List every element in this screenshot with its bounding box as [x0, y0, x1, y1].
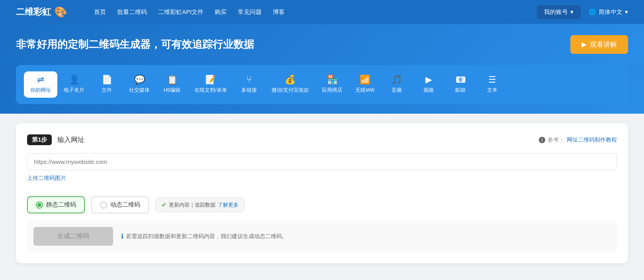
hint-text: 若需追踪扫描数据和更新二维码内容，我们建议生成动态二维码。: [126, 233, 288, 240]
qr-types-container: ⇌ 你的网址 👤 电子名片 📄 文件 💬 社交媒体 📋 H5编辑 📝 在线文档/…: [16, 65, 628, 104]
h5-type-icon: 📋: [167, 75, 178, 84]
watch-button[interactable]: ▶ 观看讲解: [570, 35, 628, 54]
info-icon: i: [539, 137, 545, 143]
file-type-icon: 📄: [102, 75, 112, 84]
language-label: 简体中文: [599, 8, 622, 16]
appstore-type-icon: 🏪: [327, 75, 338, 84]
text-type-icon: ☰: [488, 75, 496, 84]
social-type-label: 社交媒体: [129, 87, 150, 94]
account-chevron-icon: ▾: [570, 8, 574, 16]
static-qr-radio[interactable]: 静态二维码: [27, 196, 85, 213]
qr-type-video[interactable]: ▶ 视频: [413, 71, 444, 98]
navbar: 二维彩虹 🎨 首页批量二维码二维彩虹API文件购买常见问题博客 我的账号 ▾ 🌐…: [0, 0, 644, 24]
url-input[interactable]: [27, 153, 617, 170]
wechat-type-label: 微信/支付宝收款: [272, 87, 309, 94]
contact-type-icon: 👤: [69, 75, 80, 84]
h5-type-label: H5编辑: [164, 87, 181, 94]
watch-play-icon: ▶: [581, 40, 587, 49]
qr-type-email[interactable]: 📧 邮箱: [444, 71, 476, 98]
dynamic-radio-label: 动态二维码: [110, 201, 140, 209]
navbar-left: 二维彩虹 🎨 首页批量二维码二维彩虹API文件购买常见问题博客: [16, 6, 285, 18]
wifi-type-icon: 📶: [360, 75, 370, 84]
content-card: 第1步 输入网址 i 参考： 网址二维码制作教程 上传二维码图片 静态二维码 动…: [16, 123, 628, 263]
audio-type-icon: 🎵: [391, 75, 402, 84]
text-type-label: 文本: [487, 87, 497, 94]
nav-link-博客[interactable]: 博客: [273, 8, 285, 16]
step-title: 输入网址: [57, 135, 84, 144]
step-badge: 第1步: [27, 134, 52, 145]
doc-type-label: 在线文档/表单: [194, 87, 227, 94]
doc-type-icon: 📝: [205, 75, 216, 84]
multilink-type-label: 多链接: [241, 87, 257, 94]
nav-link-批量二维码[interactable]: 批量二维码: [117, 8, 147, 16]
dynamic-qr-radio[interactable]: 动态二维码: [91, 196, 149, 213]
qr-type-contact[interactable]: 👤 电子名片: [57, 71, 91, 98]
lang-chevron-icon: ▾: [625, 8, 628, 16]
appstore-type-label: 应用商店: [322, 87, 343, 94]
language-selector[interactable]: 🌐 简体中文 ▾: [589, 8, 628, 16]
nav-link-购买[interactable]: 购买: [215, 8, 227, 16]
qr-type-audio[interactable]: 🎵 音频: [381, 71, 413, 98]
video-type-icon: ▶: [425, 75, 432, 84]
dynamic-badge-text: 更新内容｜追踪数据: [169, 201, 215, 209]
radio-options: 静态二维码 动态二维码 ✔ 更新内容｜追踪数据 了解更多: [27, 196, 617, 213]
account-label: 我的账号: [544, 8, 568, 16]
dynamic-radio-circle: [100, 201, 107, 209]
qr-type-appstore[interactable]: 🏪 应用商店: [315, 71, 349, 98]
static-radio-circle: [36, 201, 43, 209]
qr-type-h5[interactable]: 📋 H5编辑: [156, 71, 188, 98]
video-type-label: 视频: [423, 87, 434, 94]
email-type-icon: 📧: [455, 75, 466, 84]
step-header-left: 第1步 输入网址: [27, 134, 84, 145]
qr-type-file[interactable]: 📄 文件: [91, 71, 123, 98]
url-type-label: 你的网址: [30, 87, 51, 94]
watch-label: 观看讲解: [590, 40, 617, 49]
contact-type-label: 电子名片: [64, 87, 84, 94]
brand-icon: 🎨: [54, 6, 67, 18]
step-header: 第1步 输入网址 i 参考： 网址二维码制作教程: [27, 134, 617, 145]
hint-info-icon: ℹ: [121, 233, 123, 240]
ref-info-label: 参考：: [548, 136, 564, 144]
nav-link-首页[interactable]: 首页: [94, 8, 106, 16]
social-type-icon: 💬: [134, 75, 145, 84]
qr-type-wifi[interactable]: 📶 无线Wifi: [349, 71, 381, 98]
email-type-label: 邮箱: [455, 87, 466, 94]
qr-type-url[interactable]: ⇌ 你的网址: [24, 71, 57, 98]
qr-type-doc[interactable]: 📝 在线文档/表单: [188, 71, 233, 98]
qr-type-multilink[interactable]: ⑂ 多链接: [233, 71, 265, 98]
generate-section: 生成二维码 ℹ 若需追踪扫描数据和更新二维码内容，我们建议生成动态二维码。: [27, 221, 617, 252]
hero-banner: 非常好用的定制二维码生成器，可有效追踪行业数据 ▶ 观看讲解: [0, 24, 644, 65]
navbar-nav: 首页批量二维码二维彩虹API文件购买常见问题博客: [94, 8, 285, 16]
qr-type-wechat[interactable]: 💰 微信/支付宝收款: [265, 71, 316, 98]
generate-hint: ℹ 若需追踪扫描数据和更新二维码内容，我们建议生成动态二维码。: [121, 233, 288, 240]
dynamic-feature-badge: ✔ 更新内容｜追踪数据 了解更多: [155, 197, 245, 212]
nav-link-常见问题[interactable]: 常见问题: [238, 8, 262, 16]
qr-type-social[interactable]: 💬 社交媒体: [123, 71, 156, 98]
globe-icon: 🌐: [589, 8, 596, 16]
generate-button[interactable]: 生成二维码: [33, 227, 113, 246]
url-type-icon: ⇌: [37, 75, 44, 84]
main-content: 第1步 输入网址 i 参考： 网址二维码制作教程 上传二维码图片 静态二维码 动…: [0, 114, 644, 279]
wechat-type-icon: 💰: [285, 75, 296, 84]
hero-title: 非常好用的定制二维码生成器，可有效追踪行业数据: [16, 37, 254, 51]
step-reference: i 参考： 网址二维码制作教程: [539, 136, 617, 144]
ref-tutorial-link[interactable]: 网址二维码制作教程: [567, 136, 617, 144]
qr-type-text[interactable]: ☰ 文本: [476, 71, 508, 98]
navbar-right: 我的账号 ▾ 🌐 简体中文 ▾: [537, 5, 628, 19]
qr-types-bar: ⇌ 你的网址 👤 电子名片 📄 文件 💬 社交媒体 📋 H5编辑 📝 在线文档/…: [0, 65, 644, 114]
file-type-label: 文件: [102, 87, 112, 94]
learn-more-link[interactable]: 了解更多: [218, 201, 239, 209]
upload-qr-link[interactable]: 上传二维码图片: [27, 175, 66, 182]
account-button[interactable]: 我的账号 ▾: [537, 5, 581, 19]
dynamic-check-icon: ✔: [161, 201, 166, 209]
multilink-type-icon: ⑂: [247, 75, 252, 84]
audio-type-label: 音频: [391, 87, 402, 94]
brand-name: 二维彩虹: [16, 6, 51, 18]
static-radio-label: 静态二维码: [46, 201, 76, 209]
wifi-type-label: 无线Wifi: [355, 87, 374, 94]
nav-link-二维彩虹API文件[interactable]: 二维彩虹API文件: [158, 8, 204, 16]
